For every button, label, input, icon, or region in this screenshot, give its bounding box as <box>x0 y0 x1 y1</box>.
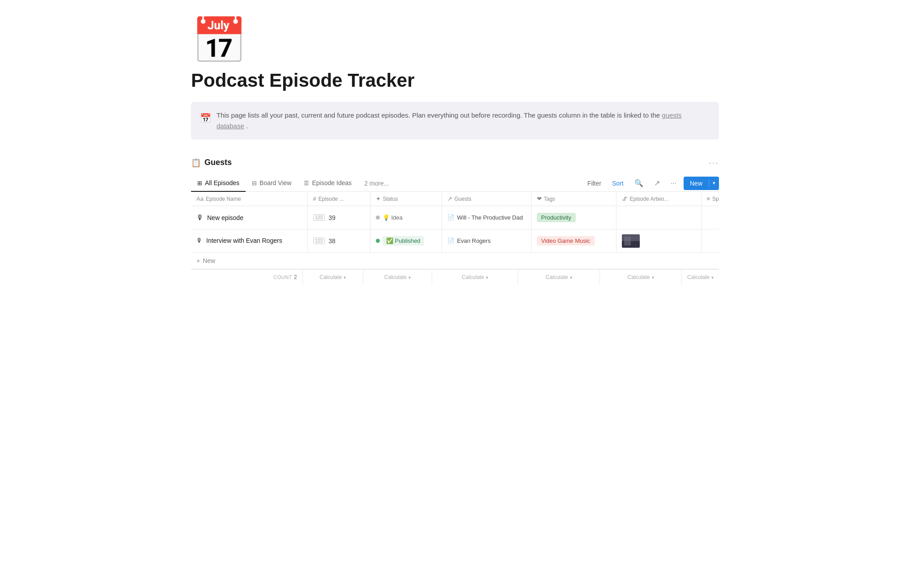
row2-status: ✅ Published <box>383 236 424 245</box>
footer-row: COUNT 2 Calculate ▾ Calculate ▾ Calculat… <box>191 269 719 285</box>
tab-board-view-label: Board View <box>259 179 291 186</box>
chevron-down-icon: ▾ <box>652 275 654 280</box>
col-artwork-label: Episode Artwo... <box>630 196 669 202</box>
hash-icon: # <box>313 195 316 202</box>
count-value: 2 <box>294 274 297 280</box>
table-icon: ⊞ <box>197 180 202 186</box>
lines-icon: ≡ <box>707 195 710 202</box>
page-container: 📅 Podcast Episode Tracker 📅 This page li… <box>164 0 746 331</box>
row2-sponsors-cell[interactable] <box>701 229 719 253</box>
page-title: Podcast Episode Tracker <box>191 70 719 91</box>
footer-calc-guests[interactable]: Calculate ▾ <box>432 270 518 285</box>
footer-calc-sponsors[interactable]: Calculate ▾ <box>682 270 719 285</box>
footer-calc-episode[interactable]: Calculate ▾ <box>303 270 363 285</box>
row2-guest: Evan Rogers <box>457 237 491 244</box>
col-sponsors-label: Sponsors <box>712 196 719 202</box>
calculate-label-6: Calculate <box>687 274 710 280</box>
arrow-icon: ↗ <box>447 195 452 202</box>
col-header-artwork[interactable]: 🖇 Episode Artwo... <box>616 192 701 206</box>
paperclip-icon: 🖇 <box>622 195 628 202</box>
mic-icon: 🎙 <box>196 214 204 222</box>
guests-header: 📋 Guests ··· <box>191 157 719 168</box>
kebab-menu-button[interactable]: ··· <box>667 177 680 190</box>
tab-all-episodes[interactable]: ⊞ All Episodes <box>191 175 246 192</box>
expand-button[interactable]: ↗ <box>651 176 663 190</box>
count-label: COUNT <box>273 275 292 280</box>
row2-guest-cell[interactable]: 📄 Evan Rogers <box>442 229 531 253</box>
footer-calc-status[interactable]: Calculate ▾ <box>363 270 432 285</box>
table-wrapper: Aa Episode Name # Episode ... <box>191 192 719 285</box>
col-header-status[interactable]: ✦ Status <box>370 192 442 206</box>
row1-guest-cell[interactable]: 📄 Will - The Productive Dad <box>442 206 531 229</box>
calculate-label-1: Calculate <box>319 274 342 280</box>
chevron-down-icon: ▾ <box>344 275 346 280</box>
col-header-episode-name[interactable]: Aa Episode Name <box>191 192 307 206</box>
row1-sponsors-cell[interactable] <box>701 206 719 229</box>
row1-status-cell[interactable]: 💡 Idea <box>370 206 442 229</box>
chevron-down-icon: ▾ <box>570 275 572 280</box>
row1-tag-cell[interactable]: Productivity <box>531 206 616 229</box>
col-header-tags[interactable]: ❤ Tags <box>531 192 616 206</box>
table-row: 🎙 Interview with Evan Rogers 123 38 <box>191 229 719 253</box>
row1-episode-cell[interactable]: 123 39 <box>307 206 370 229</box>
col-tags-label: Tags <box>544 196 555 202</box>
add-new-label: New <box>203 257 215 264</box>
new-button-chevron-icon[interactable]: ▾ <box>709 180 719 187</box>
tab-board-view[interactable]: ⊟ Board View <box>246 175 298 192</box>
add-new-row[interactable]: + New <box>191 253 719 269</box>
chevron-down-icon: ▾ <box>711 275 714 280</box>
row1-status: 💡 Idea <box>383 214 403 221</box>
sort-button[interactable]: Sort <box>608 177 627 190</box>
row2-artwork-cell[interactable] <box>616 229 701 253</box>
episodes-table: Aa Episode Name # Episode ... <box>191 192 719 253</box>
info-box: 📅 This page lists all your past, current… <box>191 102 719 140</box>
row2-episode-cell[interactable]: 123 38 <box>307 229 370 253</box>
guests-title: 📋 Guests <box>191 158 232 168</box>
col-header-episode-num[interactable]: # Episode ... <box>307 192 370 206</box>
chevron-down-icon: ▾ <box>408 275 411 280</box>
row2-tag-cell[interactable]: Video Game Music <box>531 229 616 253</box>
idea-emoji: 💡 <box>383 214 390 221</box>
doc-icon: 📄 <box>447 237 455 244</box>
filter-button[interactable]: Filter <box>584 177 605 190</box>
col-header-sponsors[interactable]: ≡ Sponsors <box>701 192 719 206</box>
search-button[interactable]: 🔍 <box>631 176 647 190</box>
mic-icon: 🎙 <box>196 237 203 245</box>
row2-status-cell[interactable]: ✅ Published <box>370 229 442 253</box>
new-button[interactable]: New ▾ <box>684 177 719 190</box>
row2-name-cell[interactable]: 🎙 Interview with Evan Rogers <box>191 229 307 253</box>
status-dot-gray <box>376 216 380 220</box>
row1-tag: Productivity <box>537 213 576 222</box>
tabs-right: Filter Sort 🔍 ↗ ··· New ▾ <box>584 176 719 190</box>
episode-badge-icon: 123 <box>313 237 325 244</box>
plus-icon: + <box>196 257 200 264</box>
row1-episode-num: 39 <box>328 214 336 221</box>
tab-more[interactable]: 2 more... <box>358 175 395 191</box>
calendar-icon: 📅 <box>200 111 211 125</box>
footer-calc-tags[interactable]: Calculate ▾ <box>518 270 600 285</box>
more-options-button[interactable]: ··· <box>709 157 719 168</box>
tab-episode-ideas-label: Episode Ideas <box>312 179 352 186</box>
heart-icon: ❤ <box>537 195 542 202</box>
row1-artwork-cell[interactable] <box>616 206 701 229</box>
new-button-label: New <box>684 180 709 187</box>
calculate-label-3: Calculate <box>462 274 484 280</box>
footer-calc-artwork[interactable]: Calculate ▾ <box>600 270 682 285</box>
row1-name-cell[interactable]: 🎙 New episode <box>191 206 307 229</box>
row2-tag: Video Game Music <box>537 236 595 245</box>
list-icon: ☰ <box>304 180 309 186</box>
col-status-label: Status <box>383 196 398 202</box>
page-icon: 📅 <box>191 18 719 63</box>
row2-episode-num: 38 <box>328 237 336 245</box>
chevron-down-icon: ▾ <box>486 275 488 280</box>
status-sparkle-icon: ✦ <box>376 195 381 202</box>
col-header-guests[interactable]: ↗ Guests <box>442 192 531 206</box>
doc-icon: 📄 <box>447 214 455 221</box>
tab-all-episodes-label: All Episodes <box>205 179 239 186</box>
episode-badge-icon: 123 <box>313 214 325 221</box>
count-cell: COUNT 2 <box>191 270 303 285</box>
tab-episode-ideas[interactable]: ☰ Episode Ideas <box>298 175 358 192</box>
guests-label: Guests <box>204 158 232 167</box>
row1-guest: Will - The Productive Dad <box>457 214 523 221</box>
row2-name: Interview with Evan Rogers <box>206 237 282 245</box>
